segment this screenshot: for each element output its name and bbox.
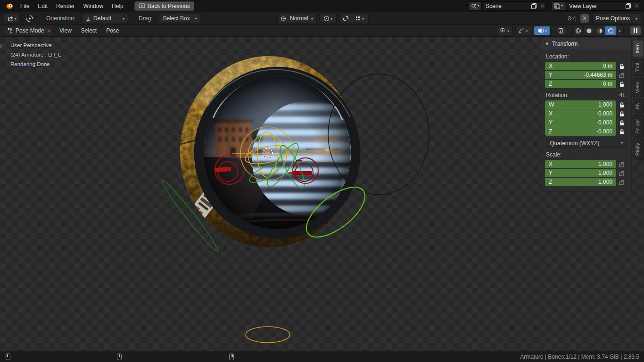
transform-pivot-dropdown[interactable]: Normal ▾ <box>277 14 317 23</box>
right-mouse-hint-icon <box>229 354 234 360</box>
orientation-value: Default <box>93 15 111 22</box>
view-layer-icon[interactable]: ▾ <box>552 2 565 10</box>
overlays-dropdown[interactable]: ▾ <box>534 26 551 35</box>
top-menu-bar: File Edit Render Window Help Back to Pre… <box>0 0 644 12</box>
tab-an[interactable]: AN <box>633 99 644 113</box>
view-layer-remove-icon[interactable] <box>633 2 641 10</box>
orientation-dropdown[interactable]: Default ▾ <box>82 14 128 23</box>
shading-rendered-button[interactable] <box>605 26 616 35</box>
scale-z-field[interactable]: Z1.000 <box>545 178 616 186</box>
rotation-y-row: Y0.000 <box>545 118 627 127</box>
menu-help[interactable]: Help <box>107 0 128 12</box>
render-pause-button[interactable] <box>630 26 641 35</box>
tab-view[interactable]: View <box>633 78 644 97</box>
location-z-lock-icon[interactable] <box>616 81 627 87</box>
blender-logo-icon[interactable] <box>5 3 13 9</box>
tab-item[interactable]: Item <box>633 40 644 57</box>
location-z-field[interactable]: Z0 m <box>545 80 616 88</box>
rotation-z-lock-icon[interactable] <box>616 129 627 135</box>
menu-window[interactable]: Window <box>79 0 107 12</box>
scale-y-field[interactable]: Y1.000 <box>545 169 616 177</box>
location-x-lock-icon[interactable] <box>616 63 627 69</box>
rotation-mode-value: Quaternion (WXYZ) <box>550 140 599 147</box>
rotation-y-lock-icon[interactable] <box>616 120 627 126</box>
shading-options-dropdown[interactable]: ▾ <box>616 26 623 35</box>
viewport-3d[interactable]: › User Perspective (24) Armature : LH_L … <box>0 37 644 351</box>
scale-label: Scale: <box>546 151 627 158</box>
scene-selector[interactable]: ▾ Scene <box>469 1 547 11</box>
panel-grip-icon[interactable]: :::: <box>621 41 627 46</box>
snap-magnet-toggle[interactable] <box>340 14 351 23</box>
drag-label: Drag: <box>139 15 152 22</box>
location-y-lock-icon[interactable] <box>616 72 627 78</box>
bone-widget-orange-ellipse[interactable] <box>246 327 290 343</box>
middle-mouse-hint-icon <box>117 354 122 360</box>
sidebar-transform-panel: ▼ Transform :::: Location: X0 m Y-0.446 <box>541 38 632 192</box>
scale-y-lock-icon[interactable] <box>616 170 627 176</box>
material-preview-icon <box>597 28 603 34</box>
drag-dropdown[interactable]: Select Box ▾ <box>159 14 200 23</box>
shading-material-button[interactable] <box>594 26 605 35</box>
gizmos-dropdown[interactable]: ▾ <box>515 26 531 35</box>
status-info-text: Armature | Bones:1/12 | Mem: 3.74 GiB | … <box>520 354 639 360</box>
viewport-menu-view[interactable]: View <box>56 26 75 35</box>
shading-mode-group: ▾ <box>572 26 624 35</box>
snap-target-dropdown[interactable]: ▾ <box>351 14 368 23</box>
viewport-header: Pose Mode ▾ View Select Pose ▾ ▾ ▾ <box>0 25 644 37</box>
rotation-x-field[interactable]: X-0.000 <box>545 109 616 118</box>
pose-options-label: Pose Options <box>596 15 630 22</box>
location-x-field[interactable]: X0 m <box>545 62 616 70</box>
view-layer-name[interactable]: View Layer <box>565 3 624 9</box>
pose-options-dropdown[interactable]: Pose Options ▾ <box>592 14 641 23</box>
sidebar-tab-strip: Item Tool View AN Sculpt Rigify <box>633 40 644 160</box>
scene-new-copy-icon[interactable] <box>529 2 538 10</box>
active-tool-icon[interactable] <box>23 14 37 23</box>
tab-sculpt[interactable]: Sculpt <box>633 115 644 138</box>
scale-x-field[interactable]: X1.000 <box>545 160 616 168</box>
rotation-x-lock-icon[interactable] <box>616 111 627 117</box>
shading-solid-button[interactable] <box>584 26 594 35</box>
shading-wireframe-button[interactable] <box>573 26 584 35</box>
rotation-keying-badge: 4L <box>619 92 626 99</box>
rotation-y-field[interactable]: Y0.000 <box>545 118 616 127</box>
rotation-z-row: Z-0.000 <box>545 127 627 136</box>
rotation-w-field[interactable]: W1.000 <box>545 100 616 109</box>
back-to-previous-button[interactable]: Back to Previous <box>134 1 194 11</box>
rotation-z-field[interactable]: Z-0.000 <box>545 127 616 136</box>
tab-rigify[interactable]: Rigify <box>633 139 644 160</box>
panel-collapse-triangle-icon[interactable]: ▼ <box>545 41 549 46</box>
viewport-menu-select[interactable]: Select <box>77 26 100 35</box>
scale-y-row: Y1.000 <box>545 169 627 177</box>
location-y-row: Y-0.44663 m <box>545 71 627 79</box>
location-y-field[interactable]: Y-0.44663 m <box>545 71 616 79</box>
rotation-mode-dropdown[interactable]: Quaternion (WXYZ) ▾ <box>546 139 627 148</box>
scale-x-lock-icon[interactable] <box>616 161 627 167</box>
menu-file[interactable]: File <box>16 0 33 12</box>
tab-tool[interactable]: Tool <box>633 59 644 76</box>
location-fields: X0 m Y-0.44663 m Z0 <box>545 62 627 88</box>
tool-settings-bar: ▾ Orientation: Default ▾ Drag: Select Bo… <box>0 12 644 25</box>
menu-render[interactable]: Render <box>52 0 79 12</box>
scale-z-lock-icon[interactable] <box>616 179 627 185</box>
mirror-x-toggle[interactable]: X <box>580 14 589 23</box>
left-mouse-hint-icon <box>6 354 10 360</box>
scale-z-row: Z1.000 <box>545 178 627 186</box>
scene-unlink-icon[interactable] <box>538 2 546 10</box>
editor-type-selector[interactable]: ▾ <box>4 14 20 23</box>
proportional-editing-icon <box>323 16 330 22</box>
scene-name[interactable]: Scene <box>482 3 529 9</box>
view-layer-selector[interactable]: ▾ View Layer <box>552 1 641 11</box>
viewport-menu-pose[interactable]: Pose <box>102 26 123 35</box>
scene-icon[interactable]: ▾ <box>469 2 482 10</box>
transform-panel-header[interactable]: ▼ Transform :::: <box>541 38 631 49</box>
wireframe-icon <box>575 28 581 34</box>
mode-dropdown[interactable]: Pose Mode ▾ <box>4 26 54 35</box>
rotation-x-row: X-0.000 <box>545 109 627 118</box>
xray-toggle[interactable] <box>556 26 567 35</box>
menu-edit[interactable]: Edit <box>33 0 52 12</box>
object-visibility-dropdown[interactable]: ▾ <box>496 26 513 35</box>
view-layer-copy-icon[interactable] <box>624 2 633 10</box>
proportional-editing-button[interactable]: ▾ <box>320 14 337 23</box>
rotation-w-lock-icon[interactable] <box>616 102 627 108</box>
pivot-value: Normal <box>290 15 308 22</box>
